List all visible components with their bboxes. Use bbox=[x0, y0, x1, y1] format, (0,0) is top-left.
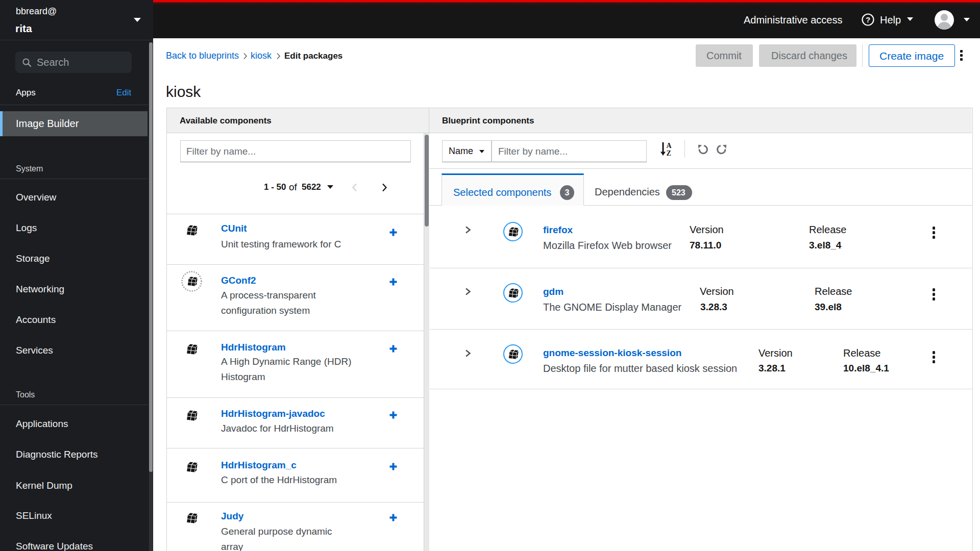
svg-text:A: A bbox=[667, 142, 672, 149]
svg-text:?: ? bbox=[866, 15, 870, 24]
svg-text:Z: Z bbox=[667, 149, 671, 157]
